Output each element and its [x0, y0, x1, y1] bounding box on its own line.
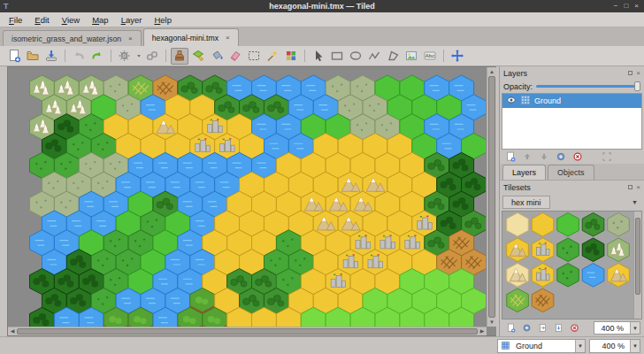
save-icon[interactable]	[42, 48, 60, 65]
map-canvas[interactable]: ▲ ▼ ◀ ▶	[7, 66, 496, 336]
panel-tab-objects[interactable]: Objects	[548, 165, 594, 180]
menu-file[interactable]: File	[4, 14, 27, 26]
eraser-icon[interactable]	[226, 48, 244, 65]
terrain-brush-icon[interactable]	[189, 48, 207, 65]
palette-tiles[interactable]	[504, 212, 635, 314]
text-object-icon[interactable]: Abc	[421, 48, 439, 65]
snap-settings-icon[interactable]	[116, 48, 134, 65]
layer-remove-icon[interactable]	[571, 150, 585, 163]
layer-arrow-down-icon[interactable]	[537, 150, 551, 163]
palette-tile-forest[interactable]	[582, 238, 604, 262]
palette-tile-grass[interactable]	[557, 263, 579, 287]
tab-close-icon[interactable]: ×	[128, 35, 133, 42]
link-icon[interactable]	[143, 48, 161, 65]
tile-object-icon[interactable]	[402, 48, 420, 65]
float-panel-icon[interactable]	[628, 185, 632, 189]
polyline-object-icon[interactable]	[365, 48, 383, 65]
tileset-embed-icon[interactable]	[535, 322, 549, 335]
close-panel-icon[interactable]: ×	[636, 70, 640, 77]
float-panel-icon[interactable]	[628, 71, 632, 75]
maximize-button[interactable]: □	[624, 0, 628, 12]
select-object-icon[interactable]	[310, 48, 327, 65]
layer-list[interactable]: Ground	[502, 93, 642, 150]
tileset-duplicate-icon[interactable]	[519, 322, 533, 335]
zoom-combo[interactable]: 400 % ▼	[589, 339, 640, 353]
dropdown-arrow-icon[interactable]: ▼	[575, 340, 585, 352]
toolbar-separator	[443, 50, 444, 62]
scroll-down-arrow[interactable]: ▼	[487, 318, 496, 327]
scroll-left-arrow[interactable]: ◀	[8, 327, 17, 335]
palette-tile-water[interactable]	[582, 263, 604, 287]
redo-icon[interactable]	[88, 48, 106, 65]
open-file-icon[interactable]	[24, 48, 42, 65]
dropdown-arrow-icon[interactable]: ▼	[630, 340, 640, 352]
opacity-slider-thumb[interactable]	[634, 81, 640, 91]
hex-map[interactable]	[29, 74, 486, 329]
toolbar-separator	[111, 50, 111, 62]
rect-object-icon[interactable]	[328, 48, 346, 65]
palette-tile-farm-green[interactable]	[507, 289, 529, 312]
layer-duplicate-icon[interactable]	[554, 150, 568, 163]
current-layer-combo[interactable]: Ground ▼	[497, 339, 586, 353]
tileset-zoom-combo[interactable]: 400 % ▼	[594, 321, 640, 335]
visibility-eye-icon[interactable]	[506, 95, 517, 107]
palette-tile-sand-mountain[interactable]	[507, 238, 529, 262]
palette-tile-castle[interactable]	[532, 238, 554, 262]
vertical-scroll-thumb[interactable]	[488, 76, 495, 318]
panel-tab-layers[interactable]: Layers	[502, 165, 546, 180]
document-tab-1[interactable]: hexagonal-mini.tmx×	[143, 28, 239, 46]
scroll-up-arrow[interactable]: ▲	[487, 67, 496, 76]
palette-tile-light-sand[interactable]	[507, 212, 529, 236]
menu-help[interactable]: Help	[149, 14, 177, 26]
menu-map[interactable]: Map	[87, 14, 114, 26]
menu-view[interactable]: View	[57, 14, 85, 26]
tileset-new-file-icon[interactable]	[503, 322, 518, 335]
opacity-slider[interactable]	[536, 81, 640, 91]
polygon-object-icon[interactable]	[384, 48, 402, 65]
palette-tile-grass[interactable]	[557, 238, 579, 262]
map-vertical-scrollbar[interactable]: ▲ ▼	[487, 67, 496, 327]
menu-edit[interactable]: Edit	[29, 14, 54, 26]
document-tab-0[interactable]: isometric_grass_and_water.json×	[3, 30, 142, 46]
tileset-tab-hex-mini[interactable]: hex mini	[502, 196, 550, 209]
menu-layer[interactable]: Layer	[116, 14, 148, 26]
close-panel-icon[interactable]: ×	[636, 184, 640, 191]
layer-row-ground[interactable]: Ground	[502, 94, 641, 108]
close-button[interactable]: ×	[634, 0, 639, 12]
toolbar-separator	[165, 50, 166, 62]
new-file-icon[interactable]	[5, 48, 23, 65]
palette-tile-sage[interactable]	[608, 212, 630, 236]
tileset-tab-dropdown-icon[interactable]: ▼	[632, 199, 641, 205]
horizontal-scroll-thumb[interactable]	[17, 328, 478, 335]
undo-icon[interactable]	[70, 48, 88, 65]
scroll-right-arrow[interactable]: ▶	[478, 327, 487, 335]
palette-tile-castle[interactable]	[532, 263, 554, 287]
map-horizontal-scrollbar[interactable]: ◀ ▶	[8, 327, 487, 335]
tileset-remove-icon[interactable]	[567, 322, 581, 335]
palette-scrollbar[interactable]	[633, 212, 641, 319]
ellipse-object-icon[interactable]	[347, 48, 364, 65]
minimize-button[interactable]: −	[614, 0, 618, 12]
tileset-palette[interactable]	[502, 211, 642, 319]
layer-arrow-up-icon[interactable]	[520, 150, 534, 163]
dropdown-arrow-icon[interactable]: ▼	[630, 322, 640, 334]
tab-close-icon[interactable]: ×	[226, 34, 230, 42]
palette-tile-green[interactable]	[557, 212, 579, 236]
rect-select-icon[interactable]	[245, 48, 263, 65]
bucket-fill-icon[interactable]	[208, 48, 226, 65]
palette-tile-farm-orange[interactable]	[532, 289, 554, 312]
tileset-export-icon[interactable]	[551, 322, 565, 335]
layer-highlight-icon[interactable]	[600, 150, 614, 163]
palette-tile-dune-mountain[interactable]	[507, 263, 529, 287]
layer-new-file-icon[interactable]	[503, 150, 518, 163]
magic-wand-icon[interactable]	[264, 48, 281, 65]
palette-tile-dark-bumpy[interactable]	[582, 212, 604, 236]
caret-icon[interactable]	[134, 48, 142, 65]
palette-tile-snow-trees[interactable]	[608, 238, 630, 262]
move-view-icon[interactable]	[448, 48, 466, 65]
tile-picker-icon[interactable]	[282, 48, 300, 65]
palette-scroll-thumb[interactable]	[635, 218, 640, 295]
stamp-brush-icon[interactable]	[171, 48, 188, 65]
palette-tile-sand-mountain[interactable]	[608, 263, 630, 287]
palette-tile-sand[interactable]	[532, 212, 554, 236]
